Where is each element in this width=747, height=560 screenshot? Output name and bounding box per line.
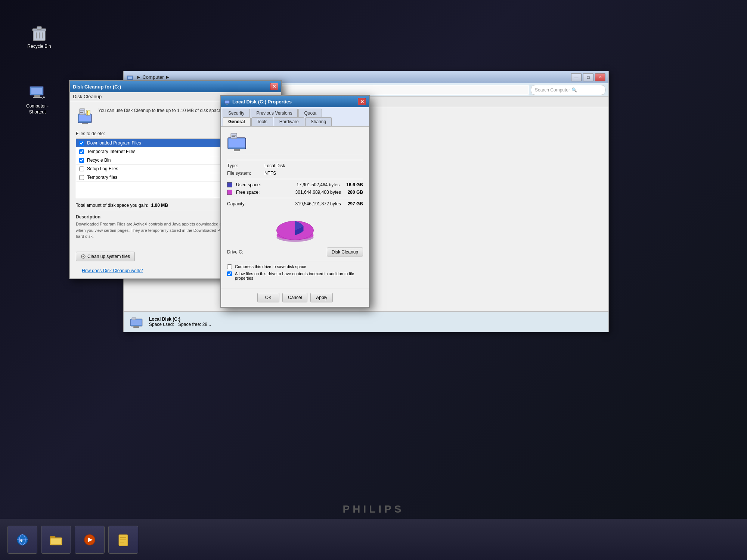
type-label: Type: (227, 163, 264, 168)
svg-rect-20 (82, 123, 88, 124)
svg-rect-30 (226, 104, 228, 105)
svg-rect-19 (79, 115, 91, 121)
disk-cleanup-title: Disk Cleanup for (C:) (73, 84, 270, 90)
search-box[interactable]: Search Computer 🔍 (531, 85, 605, 95)
index-checkbox[interactable] (227, 271, 232, 276)
type-value: Local Disk (264, 163, 285, 168)
file-check-temp-files[interactable] (79, 175, 84, 180)
taskbar-folder-btn[interactable] (41, 526, 71, 554)
file-check-temp-internet[interactable] (79, 149, 84, 154)
tab-tools[interactable]: Tools (251, 117, 273, 126)
index-checkbox-row: Allow files on this drive to have conten… (227, 271, 363, 280)
free-space-gb: 280 GB (348, 190, 363, 195)
svg-rect-2 (37, 27, 41, 29)
file-check-downloaded[interactable] (79, 141, 84, 146)
properties-title-text: Local Disk (C:) Properties (232, 99, 292, 105)
properties-title-icon (224, 99, 230, 105)
tab-previous-versions[interactable]: Previous Versions (251, 109, 298, 117)
svg-text:↗: ↗ (42, 96, 45, 100)
how-does-cleanup-work-link[interactable]: How does Disk Cleanup work? (76, 268, 143, 273)
used-space-bytes: 17,901,502,464 bytes (297, 182, 340, 187)
properties-close-btn[interactable]: ✕ (358, 98, 366, 105)
free-space-row: Free space: 301,644,689,408 bytes 280 GB (227, 190, 363, 195)
tab-general[interactable]: General (223, 117, 251, 126)
compress-checkbox[interactable] (227, 264, 232, 269)
pie-chart (267, 211, 323, 245)
type-row: Type: Local Disk (227, 163, 363, 168)
statusbar-info: Local Disk (C:) Space used: Space free: … (149, 317, 211, 327)
svg-text:!: ! (87, 111, 88, 116)
svg-rect-29 (225, 101, 229, 103)
used-space-dot (227, 182, 232, 187)
drive-label-row: Drive C: Disk Cleanup (227, 248, 363, 256)
properties-ok-btn[interactable]: OK (257, 293, 279, 302)
used-space-label: Used space: (236, 182, 293, 187)
statusbar-drive-name: Local Disk (C:) (149, 317, 211, 322)
ie-icon: e (16, 533, 29, 547)
svg-rect-16 (133, 326, 139, 328)
svg-rect-46 (50, 536, 55, 538)
properties-tab-bar: Security Previous Versions Quota General… (221, 107, 369, 127)
disk-cleanup-titlebar: Disk Cleanup for (C:) ✕ (70, 81, 281, 92)
svg-rect-33 (234, 149, 240, 151)
properties-apply-btn[interactable]: Apply (310, 293, 333, 302)
svg-rect-21 (80, 109, 85, 115)
statusbar-space-used: Space used: (149, 322, 174, 327)
file-check-recycle[interactable] (79, 158, 84, 163)
filesystem-label: File system: (227, 171, 264, 176)
properties-footer: OK Cancel Apply (221, 289, 369, 307)
compress-label: Compress this drive to save disk space (235, 264, 306, 269)
files-icon (117, 533, 130, 547)
recycle-bin-image (30, 23, 49, 42)
statusbar-drive-icon (130, 315, 143, 329)
computer-shortcut-label: Computer - Shortcut (23, 103, 52, 115)
tab-hardware[interactable]: Hardware (274, 117, 304, 126)
taskbar-media-btn[interactable] (75, 526, 105, 554)
computer-shortcut-image: ↗ (28, 83, 47, 102)
properties-titlebar: Local Disk (C:) Properties ✕ (221, 96, 369, 107)
tab-security[interactable]: Security (223, 109, 250, 117)
svg-rect-34 (231, 133, 237, 139)
svg-rect-17 (132, 317, 136, 320)
explorer-statusbar: Local Disk (C:) Space used: Space free: … (124, 311, 608, 332)
total-gain-value: 1.00 MB (151, 203, 168, 208)
capacity-label: Capacity: (227, 201, 292, 206)
used-space-gb: 16.6 GB (346, 182, 363, 187)
disk-cleanup-close-btn[interactable]: ✕ (270, 83, 278, 90)
filesystem-value: NTFS (264, 171, 276, 176)
disk-cleanup-button[interactable]: Disk Cleanup (327, 248, 363, 256)
gear-icon (81, 254, 86, 259)
drive-header (227, 133, 363, 155)
monitor-brand: PHILIPS (343, 503, 405, 515)
search-text: Search Computer (535, 87, 570, 93)
explorer-maximize-btn[interactable]: □ (583, 73, 593, 81)
filesystem-row: File system: NTFS (227, 171, 363, 176)
taskbar-ie-btn[interactable]: e (7, 526, 37, 554)
svg-rect-50 (119, 535, 128, 546)
recycle-bin-icon[interactable]: Recycle Bin (22, 21, 56, 52)
explorer-close-btn[interactable]: ✕ (595, 73, 605, 81)
folder-icon (49, 533, 63, 547)
disk-cleanup-description: You can use Disk Cleanup to free up to 1… (98, 107, 237, 114)
svg-rect-15 (131, 320, 142, 325)
pie-chart-container: Drive C: Disk Cleanup (227, 211, 363, 256)
statusbar-space-free: Space free: 28... (178, 322, 211, 327)
svg-rect-47 (51, 538, 61, 544)
svg-text:e: e (20, 538, 23, 543)
tab-sharing[interactable]: Sharing (305, 117, 332, 126)
statusbar-space: Space used: Space free: 28... (149, 322, 211, 327)
drive-label: Drive C: (227, 249, 243, 255)
computer-shortcut-icon[interactable]: ↗ Computer - Shortcut (21, 80, 54, 117)
file-check-setup-log[interactable] (79, 167, 84, 171)
explorer-title-icon (127, 74, 133, 81)
clean-system-files-btn[interactable]: Clean up system files (76, 252, 135, 261)
explorer-title: ► Computer ► (136, 74, 568, 80)
tab-quota[interactable]: Quota (298, 109, 322, 117)
free-space-dot (227, 190, 232, 195)
svg-rect-32 (229, 139, 245, 147)
taskbar-files-btn[interactable] (108, 526, 138, 554)
clean-system-btn-label: Clean up system files (87, 254, 130, 259)
properties-cancel-btn[interactable]: Cancel (282, 293, 307, 302)
explorer-minimize-btn[interactable]: — (571, 73, 582, 81)
svg-rect-8 (34, 95, 40, 97)
